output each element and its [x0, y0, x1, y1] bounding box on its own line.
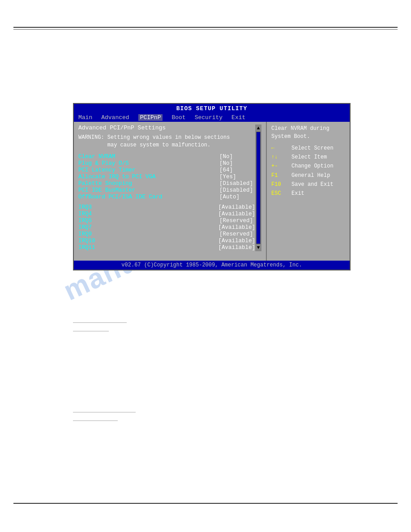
setting-label-irq10: IRQ10 — [78, 238, 95, 244]
setting-label-pci-latency: PCI Latency Timer — [78, 167, 136, 173]
help-text: Clear NVRAM duringSystem Boot. — [271, 124, 345, 141]
setting-value-irq3: [Available] — [218, 204, 255, 210]
key-desc-save-exit: Save and Exit — [291, 180, 334, 189]
setting-label-alloc-irq: Allocate IRQ to PCI VGA — [78, 174, 156, 180]
menu-item-main[interactable]: Main — [78, 114, 92, 121]
setting-value-irq11: [Available] — [218, 245, 255, 251]
setting-row-palette-snooping[interactable]: Palette Snooping [Disabled] — [78, 180, 255, 187]
key-row-save-exit: F10 Save and Exit — [271, 180, 345, 189]
scroll-up-arrow[interactable]: ▲ — [257, 125, 260, 131]
setting-row-irq3[interactable]: IRQ3 [Available] — [78, 204, 255, 210]
key-f10: F10 — [271, 180, 291, 189]
setting-label-irq11: IRQ11 — [78, 245, 95, 251]
key-desc-change-option: Change Option — [291, 162, 334, 171]
key-desc-general-help: General Help — [291, 172, 330, 180]
scrollbar[interactable]: ▲ ▼ — [255, 124, 261, 251]
setting-value-palette-snooping: [Disabled] — [219, 180, 255, 187]
key-help: ← Select Screen ↑↓ Select Item +- Change… — [271, 144, 345, 198]
scroll-track — [256, 132, 261, 244]
section-title: Advanced PCI/PnP Settings — [78, 124, 255, 131]
menu-item-exit[interactable]: Exit — [231, 114, 245, 121]
menu-item-advanced[interactable]: Advanced — [101, 114, 129, 121]
menu-item-boot[interactable]: Boot — [171, 114, 185, 121]
menu-item-pcipnp[interactable]: PCIPnP — [138, 114, 163, 121]
bios-footer: v02.67 (C)Copyright 1985-2009, American … — [74, 261, 350, 270]
key-plusminus: +- — [271, 162, 291, 171]
setting-row-alloc-irq[interactable]: Allocate IRQ to PCI VGA [Yes] — [78, 174, 255, 180]
setting-label-palette-snooping: Palette Snooping — [78, 180, 132, 187]
setting-row-irq10[interactable]: IRQ10 [Available] — [78, 238, 255, 244]
menu-item-security[interactable]: Security — [195, 114, 223, 121]
key-desc-select-screen: Select Screen — [291, 144, 334, 153]
setting-row-irq11[interactable]: IRQ11 [Available] — [78, 245, 255, 251]
setting-value-irq4: [Available] — [218, 211, 255, 217]
setting-label-irq5: IRQ5 — [78, 218, 92, 224]
setting-row-irq9[interactable]: IRQ9 [Reserved] — [78, 231, 255, 237]
setting-label-pnp-os: Plug & Play O/S — [78, 160, 129, 167]
setting-value-irq7: [Available] — [218, 224, 255, 231]
setting-value-irq5: [Reserved] — [219, 218, 255, 224]
setting-value-pci-ide-busmaster: [Disabled] — [219, 187, 255, 193]
key-row-change-option: +- Change Option — [271, 162, 345, 171]
key-arrow-lr: ← — [271, 144, 291, 153]
bios-content: Advanced PCI/PnP Settings WARNING: Setti… — [74, 122, 350, 261]
setting-row-irq4[interactable]: IRQ4 [Available] — [78, 211, 255, 217]
page: manualsover.com BIOS SETUP UTILITY Main … — [0, 0, 411, 532]
setting-row-irq7[interactable]: IRQ7 [Available] — [78, 224, 255, 231]
key-arrow-ud: ↑↓ — [271, 153, 291, 162]
bios-left-panel: Advanced PCI/PnP Settings WARNING: Setti… — [74, 122, 267, 261]
bios-menu-bar: Main Advanced PCIPnP Boot Security Exit — [74, 113, 350, 122]
setting-row-pnp-os[interactable]: Plug & Play O/S [No] — [78, 160, 255, 167]
setting-value-pci-latency: [64] — [219, 167, 255, 173]
key-esc: ESC — [271, 189, 291, 198]
setting-label-clear-nvram: Clear NVRAM — [78, 154, 116, 160]
setting-value-offboard-pci: [Auto] — [219, 194, 255, 200]
key-row-general-help: F1 General Help — [271, 172, 345, 180]
bios-warning: WARNING: Setting wrong values in below s… — [78, 134, 255, 149]
key-f1: F1 — [271, 172, 291, 180]
setting-row-pci-latency[interactable]: PCI Latency Timer [64] — [78, 167, 255, 173]
key-desc-select-item: Select Item — [291, 153, 327, 162]
bios-title-bar: BIOS SETUP UTILITY — [74, 104, 350, 113]
setting-row-clear-nvram[interactable]: Clear NVRAM [No] — [78, 154, 255, 160]
setting-row-pci-ide-busmaster[interactable]: PCI IDE BusMaster [Disabled] — [78, 187, 255, 193]
key-row-select-screen: ← Select Screen — [271, 144, 345, 153]
key-row-exit: ESC Exit — [271, 189, 345, 198]
setting-value-alloc-irq: [Yes] — [219, 174, 255, 180]
bios-right-panel: Clear NVRAM duringSystem Boot. ← Select … — [267, 122, 350, 261]
bios-title: BIOS SETUP UTILITY — [176, 105, 247, 112]
scroll-down-arrow[interactable]: ▼ — [257, 245, 260, 250]
underline-group-1 — [73, 322, 127, 331]
setting-label-irq9: IRQ9 — [78, 231, 92, 237]
setting-row-irq5[interactable]: IRQ5 [Reserved] — [78, 218, 255, 224]
setting-value-pnp-os: [No] — [219, 160, 255, 167]
key-row-select-item: ↑↓ Select Item — [271, 153, 345, 162]
top-decorative-lines — [13, 27, 398, 30]
setting-value-clear-nvram: [No] — [219, 154, 255, 160]
underline-group-2 — [73, 412, 136, 421]
setting-value-irq9: [Reserved] — [219, 231, 255, 237]
setting-label-irq7: IRQ7 — [78, 224, 92, 231]
setting-label-irq3: IRQ3 — [78, 204, 92, 210]
bios-window: BIOS SETUP UTILITY Main Advanced PCIPnP … — [73, 103, 351, 270]
setting-value-irq10: [Available] — [218, 238, 255, 244]
key-desc-exit: Exit — [291, 189, 304, 198]
setting-row-offboard-pci[interactable]: OffBoard PCI/ISA IDE Card [Auto] — [78, 194, 255, 200]
setting-label-offboard-pci: OffBoard PCI/ISA IDE Card — [78, 194, 163, 200]
setting-label-pci-ide-busmaster: PCI IDE BusMaster — [78, 187, 136, 193]
setting-label-irq4: IRQ4 — [78, 211, 92, 217]
bottom-decorative-lines — [13, 503, 398, 505]
